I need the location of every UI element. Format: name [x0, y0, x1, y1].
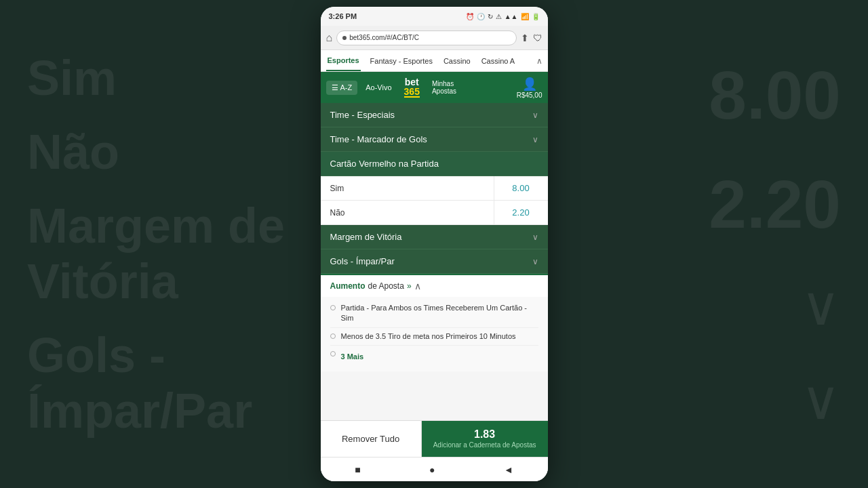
- section-marcador-label: Time - Marcador de Gols: [330, 134, 427, 144]
- android-back-btn[interactable]: ◄: [504, 464, 513, 475]
- url-text: bet365.com/#/AC/BT/C: [349, 34, 419, 41]
- section-gols-label: Gols - Ímpar/Par: [330, 256, 395, 266]
- aumento-arrows: »: [407, 281, 412, 291]
- chevron-especiais: ∨: [532, 110, 538, 120]
- section-margem-label: Margem de Vitória: [330, 232, 402, 242]
- account-balance: R$45,00: [517, 92, 542, 99]
- account-icon: 👤: [522, 77, 537, 92]
- android-home-btn[interactable]: ●: [429, 464, 435, 475]
- bg-gols: Gols - Ímpar/Par: [27, 327, 292, 439]
- nav-ao-vivo-button[interactable]: Ao-Vivo: [360, 81, 397, 94]
- radio-dot-mais: [330, 351, 336, 357]
- browser-bar: ⌂ bet365.com/#/AC/BT/C ⬆ 🛡: [321, 26, 548, 50]
- url-bar[interactable]: bet365.com/#/AC/BT/C: [336, 30, 516, 45]
- status-time: 3:26 PM: [329, 12, 357, 20]
- bet365-365-text: 365: [404, 87, 420, 98]
- section-cartao-label: Cartão Vermelho na Partida: [330, 159, 439, 169]
- battery-icon: 🔋: [532, 13, 540, 20]
- nav-ao-vivo-label: Ao-Vivo: [366, 83, 391, 92]
- browser-right-icons: ⬆ 🛡: [521, 33, 542, 43]
- bg-nao: Não: [27, 124, 292, 180]
- site-nav-cassino-a[interactable]: Cassino A: [480, 50, 517, 71]
- android-nav: ■ ● ◄: [321, 457, 548, 481]
- status-bar: 3:26 PM ⏰ 🕐 ↻ ⚠ ▲▲ 📶 🔋: [321, 7, 548, 26]
- nav-minhas-apostas-label: Minhas Apostas: [432, 80, 456, 95]
- signal-icon: ▲▲: [505, 13, 518, 20]
- add-label: Adicionar a Caderneta de Apostas: [433, 441, 536, 449]
- radio-dot-1: [330, 333, 336, 339]
- bet-odds-sim: 8.00: [494, 176, 548, 200]
- site-nav-cassino[interactable]: Cassino: [442, 50, 472, 71]
- bet-row-nao[interactable]: Não 2.20: [321, 201, 548, 225]
- remove-label: Remover Tudo: [342, 434, 399, 444]
- bet365-bet-text: bet: [405, 77, 419, 87]
- android-stop-btn[interactable]: ■: [355, 464, 360, 475]
- main-content: Time - Especiais ∨ Time - Marcador de Go…: [321, 103, 548, 420]
- aumento-collapse-btn[interactable]: ∧: [414, 281, 421, 291]
- bet-label-nao: Não: [321, 201, 494, 224]
- account-button[interactable]: 👤 R$45,00: [517, 77, 542, 99]
- bg-num-1: 8.00: [709, 56, 841, 134]
- main-nav: ☰ A-Z Ao-Vivo bet 365 Minhas Apostas 👤 R…: [321, 72, 548, 103]
- remove-button[interactable]: Remover Tudo: [321, 421, 422, 457]
- chevron-margem: ∨: [532, 232, 538, 242]
- section-time-especiais-label: Time - Especiais: [330, 110, 395, 120]
- shield-icon[interactable]: 🛡: [533, 33, 542, 43]
- aumento-item-1[interactable]: Menos de 3.5 Tiro de meta nos Primeiros …: [330, 328, 538, 346]
- nav-minhas-apostas-button[interactable]: Minhas Apostas: [427, 77, 462, 98]
- site-nav-fantasy[interactable]: Fantasy - Esportes: [369, 50, 434, 71]
- bg-left-panel: Sim Não Margem de Vitória Gols - Ímpar/P…: [0, 0, 319, 488]
- hamburger-icon: ☰: [332, 83, 338, 92]
- radio-dot-0: [330, 305, 336, 310]
- aumento-item-mais[interactable]: 3 Mais: [330, 346, 538, 368]
- phone-frame: 3:26 PM ⏰ 🕐 ↻ ⚠ ▲▲ 📶 🔋 ⌂ bet365.com/#/AC…: [321, 7, 548, 481]
- aumento-label-rest: de Aposta: [368, 281, 404, 291]
- bg-num-2: 2.20: [709, 165, 841, 243]
- section-margem[interactable]: Margem de Vitória ∨: [321, 225, 548, 249]
- aumento-item-1-text: Menos de 3.5 Tiro de meta nos Primeiros …: [341, 331, 516, 342]
- browser-back-icon[interactable]: ⌂: [326, 32, 333, 44]
- add-odds: 1.83: [474, 428, 495, 441]
- clock-icon: 🕐: [477, 13, 485, 20]
- alarm-icon: ⏰: [466, 13, 474, 20]
- nav-az-button[interactable]: ☰ A-Z: [326, 81, 358, 95]
- bg-sim: Sim: [27, 50, 292, 106]
- share-icon[interactable]: ⬆: [521, 33, 529, 43]
- bet-odds-nao: 2.20: [494, 201, 548, 224]
- nav-collapse-icon[interactable]: ∧: [536, 56, 542, 66]
- bet-row-sim[interactable]: Sim 8.00: [321, 176, 548, 201]
- add-bet-button[interactable]: 1.83 Adicionar a Caderneta de Apostas: [422, 421, 548, 457]
- site-nav-esportes[interactable]: Esportes: [326, 50, 361, 71]
- chevron-marcador: ∨: [532, 135, 538, 144]
- aumento-list: Partida - Para Ambos os Times Receberem …: [321, 297, 548, 371]
- section-time-especiais[interactable]: Time - Especiais ∨: [321, 103, 548, 127]
- bg-right-panel: 8.00 2.20 ∨ ∨: [549, 0, 868, 488]
- aumento-item-0[interactable]: Partida - Para Ambos os Times Receberem …: [330, 300, 538, 328]
- aumento-label-colored: Aumento: [330, 281, 366, 291]
- aumento-item-0-text: Partida - Para Ambos os Times Receberem …: [341, 303, 538, 324]
- status-icons: ⏰ 🕐 ↻ ⚠ ▲▲ 📶 🔋: [466, 13, 540, 20]
- sync-icon: ↻: [488, 13, 493, 20]
- mais-link[interactable]: 3 Mais: [341, 349, 364, 365]
- section-marcador-gols[interactable]: Time - Marcador de Gols ∨: [321, 127, 548, 152]
- bet365-logo[interactable]: bet 365: [400, 76, 424, 99]
- wifi-icon: 📶: [521, 13, 529, 20]
- bg-chevron-2: ∨: [801, 369, 841, 432]
- section-cartao[interactable]: Cartão Vermelho na Partida: [321, 152, 548, 176]
- aumento-section: Aumento de Aposta » ∧ Partida - Para Amb…: [321, 274, 548, 371]
- bg-chevron-1: ∨: [801, 274, 841, 338]
- warning-icon: ⚠: [496, 13, 502, 20]
- aumento-header: Aumento de Aposta » ∧: [321, 275, 548, 297]
- bottom-bar: Remover Tudo 1.83 Adicionar a Caderneta …: [321, 420, 548, 457]
- section-gols[interactable]: Gols - Ímpar/Par ∨: [321, 249, 548, 274]
- bg-margem: Margem de Vitória: [27, 198, 292, 309]
- site-nav: Esportes Fantasy - Esportes Cassino Cass…: [321, 50, 548, 72]
- nav-az-label: A-Z: [340, 83, 353, 92]
- bet-label-sim: Sim: [321, 177, 494, 200]
- secure-dot: [342, 36, 347, 40]
- chevron-gols: ∨: [532, 257, 538, 266]
